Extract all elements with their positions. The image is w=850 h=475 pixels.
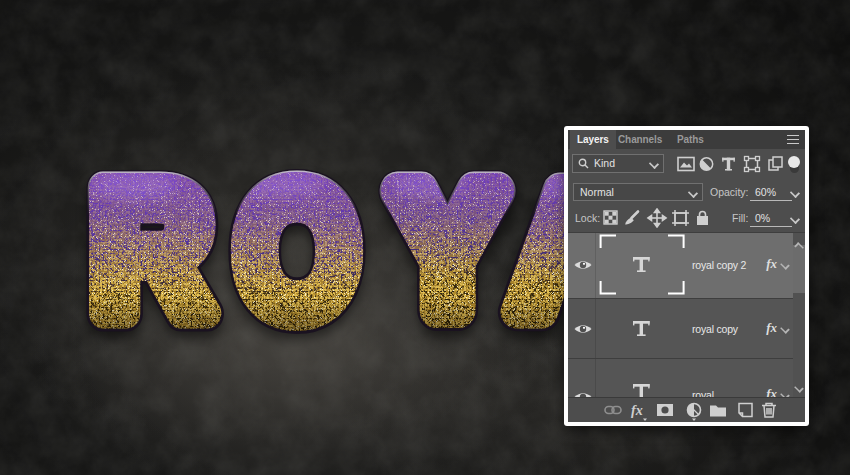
- svg-text:fx: fx: [631, 403, 643, 418]
